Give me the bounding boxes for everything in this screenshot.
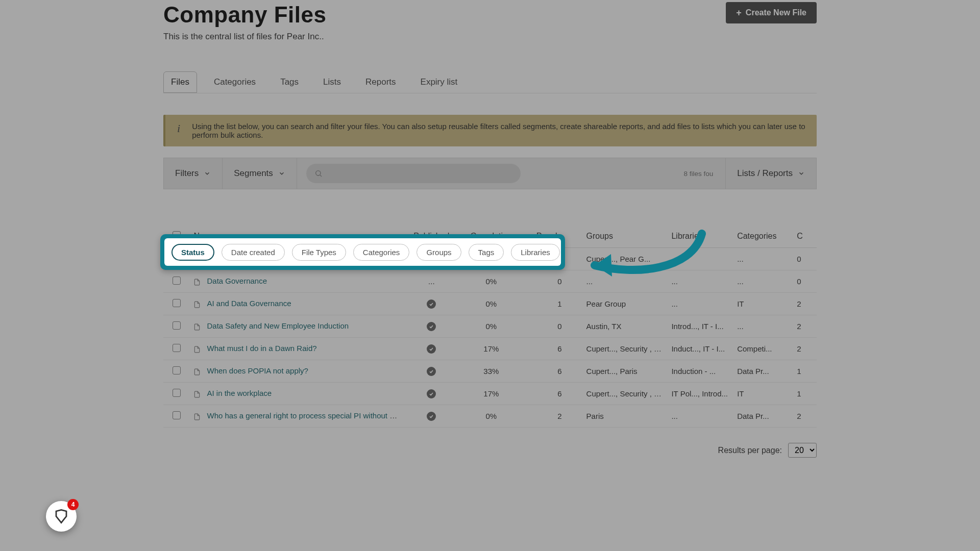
cell-categories: ...	[733, 270, 793, 293]
col-groups[interactable]: Groups	[566, 225, 668, 248]
file-name-link[interactable]: Who has a general right to process speci…	[207, 411, 404, 420]
cell-categories: ...	[733, 315, 793, 338]
cell-libraries: IT Pol..., Introd...	[667, 383, 733, 405]
cell-categories: Data Pr...	[733, 405, 793, 428]
file-name-link[interactable]: AI and Data Governance	[207, 299, 291, 308]
search-icon	[314, 169, 323, 178]
file-icon	[193, 323, 202, 331]
cell-people: 0	[524, 270, 566, 293]
filter-chips-highlight: Status Date created File Types Categorie…	[160, 234, 565, 270]
published-icon	[427, 322, 436, 331]
tab-reports[interactable]: Reports	[358, 71, 404, 93]
search-wrap	[297, 164, 530, 183]
cell-libraries: Induct..., IT - I...	[667, 338, 733, 360]
tab-lists[interactable]: Lists	[315, 71, 349, 93]
row-checkbox[interactable]	[173, 366, 181, 374]
file-name-link[interactable]: Data Governance	[207, 277, 267, 285]
table-row[interactable]: Data Safety and New Employee Induction0%…	[163, 315, 817, 338]
page-subtitle: This is the central list of files for Pe…	[163, 32, 326, 42]
filters-dropdown[interactable]: Filters	[164, 158, 223, 189]
cell-completion: 17%	[458, 383, 524, 405]
file-name-link[interactable]: When does POPIA not apply?	[207, 366, 308, 375]
col-c[interactable]: C	[793, 225, 817, 248]
cell-categories: ...	[733, 248, 793, 270]
tab-categories[interactable]: Categories	[206, 71, 263, 93]
cell-completion: 0%	[458, 405, 524, 428]
published-icon	[427, 412, 436, 421]
cell-c: 1	[793, 383, 817, 405]
results-count: 8 files fou	[684, 170, 726, 178]
cell-categories: IT	[733, 293, 793, 315]
file-icon	[193, 413, 202, 421]
create-new-file-button[interactable]: + Create New File	[726, 2, 817, 23]
page-title: Company Files	[163, 2, 326, 28]
chip-groups[interactable]: Groups	[416, 244, 461, 261]
filters-label: Filters	[175, 168, 199, 179]
pagination: Results per page: 20	[163, 443, 817, 458]
search-input[interactable]	[306, 164, 521, 183]
file-icon	[193, 300, 202, 309]
chip-tags[interactable]: Tags	[469, 244, 504, 261]
cell-people: 1	[524, 293, 566, 315]
published-empty: ...	[428, 277, 435, 286]
cell-libraries: ...	[667, 293, 733, 315]
col-categories[interactable]: Categories	[733, 225, 793, 248]
tab-expiry-list[interactable]: Expiry list	[413, 71, 465, 93]
cell-categories: Data Pr...	[733, 360, 793, 383]
info-icon: i	[175, 122, 183, 135]
file-icon	[193, 345, 202, 354]
tab-tags[interactable]: Tags	[273, 71, 306, 93]
info-banner: i Using the list below, you can search a…	[163, 115, 817, 146]
widget-logo-icon	[54, 509, 69, 524]
published-icon	[427, 389, 436, 398]
chip-date-created[interactable]: Date created	[222, 244, 285, 261]
table-row[interactable]: What must I do in a Dawn Raid?17%6Cupert…	[163, 338, 817, 360]
chip-file-types[interactable]: File Types	[292, 244, 346, 261]
cell-groups: ...	[566, 270, 668, 293]
chevron-down-icon	[278, 170, 285, 177]
col-libraries[interactable]: Libraries	[667, 225, 733, 248]
table-row[interactable]: AI in the workplace17%6Cupert..., Securi…	[163, 383, 817, 405]
tab-files[interactable]: Files	[163, 71, 197, 93]
segments-label: Segments	[234, 168, 273, 179]
cell-groups: Cupert..., Security , and 1 more	[566, 383, 668, 405]
cell-groups: Cupert..., Security , and 2 more	[566, 338, 668, 360]
published-icon	[427, 299, 436, 309]
cell-libraries: ...	[667, 248, 733, 270]
row-checkbox[interactable]	[173, 299, 181, 307]
table-row[interactable]: Who has a general right to process speci…	[163, 405, 817, 428]
results-per-page-label: Results per page:	[718, 446, 782, 455]
chip-libraries[interactable]: Libraries	[511, 244, 560, 261]
cell-c: 2	[793, 315, 817, 338]
cell-libraries: ...	[667, 405, 733, 428]
row-checkbox[interactable]	[173, 344, 181, 352]
cell-groups: Austin, TX	[566, 315, 668, 338]
cell-people: 6	[524, 360, 566, 383]
cell-c: 2	[793, 405, 817, 428]
table-row[interactable]: AI and Data Governance0%1Pear Group...IT…	[163, 293, 817, 315]
chevron-down-icon	[204, 170, 211, 177]
cell-libraries: ...	[667, 270, 733, 293]
table-row[interactable]: Data Governance...0%0.........0	[163, 270, 817, 293]
chip-status[interactable]: Status	[172, 244, 214, 261]
cell-groups: Paris	[566, 405, 668, 428]
cell-c: 2	[793, 338, 817, 360]
table-row[interactable]: When does POPIA not apply?33%6Cupert...,…	[163, 360, 817, 383]
help-widget[interactable]: 4	[46, 501, 77, 532]
lists-reports-dropdown[interactable]: Lists / Reports	[725, 158, 816, 189]
chip-categories[interactable]: Categories	[353, 244, 410, 261]
cell-c: 0	[793, 270, 817, 293]
segments-dropdown[interactable]: Segments	[223, 158, 297, 189]
cell-completion: 33%	[458, 360, 524, 383]
cell-people: 2	[524, 405, 566, 428]
file-name-link[interactable]: AI in the workplace	[207, 389, 272, 397]
row-checkbox[interactable]	[173, 277, 181, 285]
row-checkbox[interactable]	[173, 321, 181, 330]
file-name-link[interactable]: Data Safety and New Employee Induction	[207, 321, 349, 330]
file-name-link[interactable]: What must I do in a Dawn Raid?	[207, 344, 316, 353]
row-checkbox[interactable]	[173, 389, 181, 397]
row-checkbox[interactable]	[173, 411, 181, 419]
cell-people: 0	[524, 315, 566, 338]
results-per-page-select[interactable]: 20	[788, 443, 817, 458]
svg-point-0	[315, 171, 320, 176]
